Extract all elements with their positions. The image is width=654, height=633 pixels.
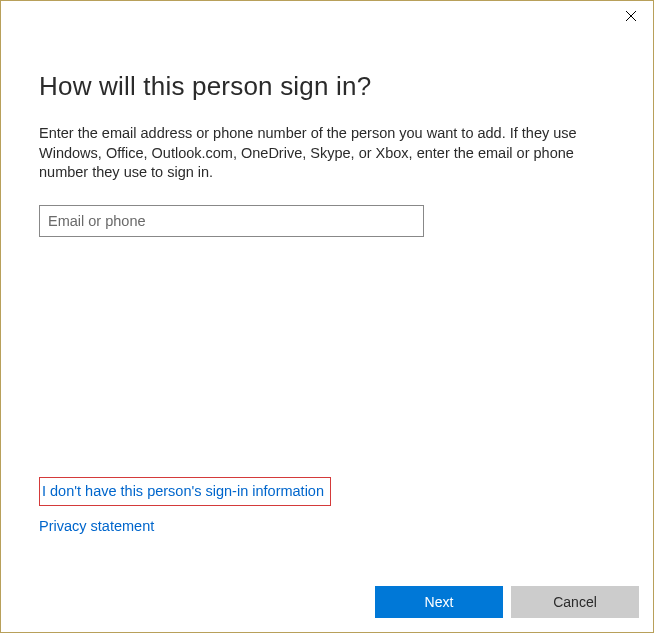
close-icon [626,11,636,21]
titlebar [1,1,653,31]
description-text: Enter the email address or phone number … [39,124,615,183]
no-signin-info-link[interactable]: I don't have this person's sign-in infor… [42,481,324,503]
dialog-content: How will this person sign in? Enter the … [1,31,653,237]
bottom-links: I don't have this person's sign-in infor… [39,477,331,539]
button-row: Next Cancel [375,586,639,618]
cancel-button[interactable]: Cancel [511,586,639,618]
privacy-statement-link[interactable]: Privacy statement [39,516,331,538]
no-signin-info-highlight: I don't have this person's sign-in infor… [39,477,331,507]
page-title: How will this person sign in? [39,71,615,102]
next-button[interactable]: Next [375,586,503,618]
dialog-window: How will this person sign in? Enter the … [0,0,654,633]
email-field[interactable] [39,205,424,237]
close-button[interactable] [608,1,653,31]
